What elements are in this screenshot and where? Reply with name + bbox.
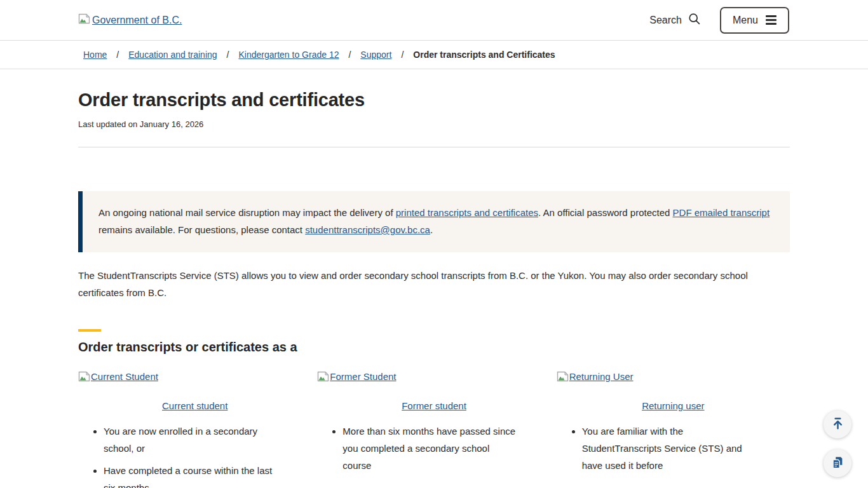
breadcrumb-separator: /	[227, 50, 229, 60]
returning-user-image-link[interactable]: Returning User	[557, 371, 634, 384]
copy-button[interactable]	[824, 449, 851, 477]
bullet-item: Have completed a course within the last …	[104, 462, 280, 488]
image-alt-text: Former Student	[330, 371, 396, 382]
user-type-cards: Current Student Current student You are …	[78, 371, 790, 488]
divider	[78, 147, 790, 147]
breadcrumb: Home / Education and training / Kinderga…	[0, 41, 868, 69]
logo-link[interactable]: Government of B.C.	[78, 13, 182, 27]
intro-paragraph: The StudentTranscripts Service (STS) all…	[78, 267, 790, 301]
image-alt-text: Returning User	[569, 371, 634, 382]
image-alt-text: Current Student	[91, 371, 158, 382]
email-contact-link[interactable]: studenttranscripts@gov.bc.ca	[305, 224, 430, 235]
copy-pages-icon	[831, 456, 844, 471]
alert-text-part: An ongoing national mail service disrupt…	[98, 207, 396, 218]
broken-image-icon	[78, 371, 90, 384]
alert-text-part: . An official password protected	[538, 207, 673, 218]
page-title: Order transcripts and certificates	[78, 90, 790, 111]
pdf-emailed-transcript-link[interactable]: PDF emailed transcript	[673, 207, 770, 218]
former-student-link[interactable]: Former student	[317, 400, 550, 411]
alert-text-part: .	[430, 224, 433, 235]
bullet-item: You are familiar with the StudentTranscr…	[582, 423, 758, 474]
broken-image-icon	[78, 13, 90, 27]
broken-image-icon	[317, 371, 329, 384]
card-current-student: Current Student Current student You are …	[78, 371, 311, 488]
current-student-image-link[interactable]: Current Student	[78, 371, 158, 384]
breadcrumb-item-home[interactable]: Home	[83, 50, 107, 60]
breadcrumb-separator: /	[348, 50, 351, 60]
printed-transcripts-link[interactable]: printed transcripts and certificates	[396, 207, 538, 218]
breadcrumb-separator: /	[116, 50, 119, 60]
broken-image-icon	[557, 371, 569, 384]
alert-text: An ongoing national mail service disrupt…	[98, 204, 772, 238]
back-to-top-button[interactable]	[824, 410, 851, 438]
breadcrumb-item-support[interactable]: Support	[360, 50, 391, 60]
site-header: Government of B.C. Search Menu	[0, 0, 868, 41]
hamburger-icon	[766, 15, 776, 25]
gold-accent-bar	[78, 329, 101, 332]
current-student-link[interactable]: Current student	[78, 400, 311, 411]
search-label: Search	[649, 15, 682, 26]
bullet-item: You are now enrolled in a secondary scho…	[104, 423, 280, 457]
breadcrumb-separator: /	[401, 50, 403, 60]
card-former-student: Former Student Former student More than …	[317, 371, 550, 488]
former-student-image-link[interactable]: Former Student	[317, 371, 396, 384]
former-student-bullets: More than six months have passed since y…	[317, 423, 550, 474]
mail-disruption-alert: An ongoing national mail service disrupt…	[78, 191, 790, 252]
main-content: Order transcripts and certificates Last …	[78, 90, 790, 488]
breadcrumb-item-kindergarten-to-grade-12[interactable]: Kindergarten to Grade 12	[238, 50, 339, 60]
last-updated-text: Last updated on January 16, 2026	[78, 119, 790, 129]
search-button[interactable]: Search	[649, 12, 701, 28]
menu-button[interactable]: Menu	[720, 7, 789, 34]
breadcrumb-item-education-and-training[interactable]: Education and training	[128, 50, 217, 60]
bullet-item: More than six months have passed since y…	[342, 423, 519, 474]
alert-text-part: remains available. For questions, please…	[98, 224, 305, 235]
card-returning-user: Returning User Returning user You are fa…	[557, 371, 790, 488]
arrow-up-to-line-icon	[831, 416, 845, 433]
section-heading: Order transcripts or certificates as a	[78, 340, 790, 355]
breadcrumb-current-page: Order transcripts and Certificates	[413, 50, 555, 60]
current-student-bullets: You are now enrolled in a secondary scho…	[78, 423, 311, 488]
logo-alt-text: Government of B.C.	[92, 15, 182, 26]
returning-user-link[interactable]: Returning user	[557, 400, 790, 411]
returning-user-bullets: You are familiar with the StudentTranscr…	[557, 423, 790, 474]
search-icon	[688, 12, 701, 28]
header-actions: Search Menu	[649, 7, 789, 34]
menu-label: Menu	[733, 15, 758, 26]
